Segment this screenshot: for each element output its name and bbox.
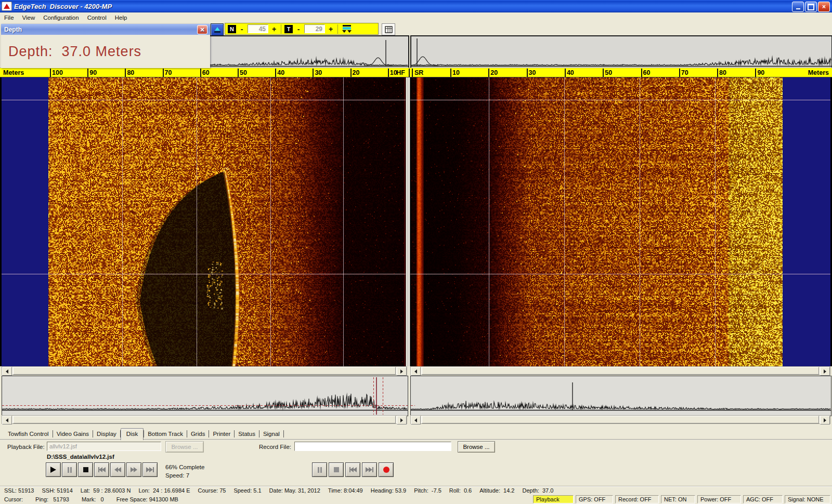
- ruler-tick: [409, 69, 410, 77]
- depth-dialog-close-button[interactable]: ✕: [197, 25, 207, 34]
- playback-file-input[interactable]: [47, 442, 161, 451]
- ruler-tick-label: 70: [681, 69, 688, 76]
- record-record-button[interactable]: [379, 462, 394, 477]
- right-arrow-icon: [400, 369, 403, 374]
- status-field: Lat: 59 : 28.6003 N: [81, 487, 131, 494]
- depth-dialog-titlebar[interactable]: Depth ✕: [1, 24, 210, 35]
- status-cell-net: NET: ON: [661, 495, 695, 503]
- playback-rew-button[interactable]: [110, 462, 125, 477]
- tab-disk[interactable]: Disk: [121, 428, 144, 440]
- scroll-right-button[interactable]: [820, 367, 830, 376]
- color-palette-button[interactable]: [211, 23, 224, 36]
- waterfall-left-scrollbar[interactable]: [2, 366, 407, 375]
- status-cell-agc: AGC: OFF: [743, 495, 783, 503]
- minimize-button[interactable]: [792, 2, 804, 12]
- left-arrow-icon: [414, 418, 417, 422]
- tab-status[interactable]: Status: [235, 429, 259, 439]
- ruler-tick: [717, 69, 718, 77]
- playback-pause-button[interactable]: [62, 462, 77, 477]
- trace-right-scrollbar[interactable]: [410, 415, 830, 424]
- playback-stop-button[interactable]: [78, 462, 93, 477]
- scroll-left-button[interactable]: [2, 367, 12, 376]
- n-increment-button[interactable]: +: [270, 25, 278, 33]
- grid-toggle-button[interactable]: [382, 23, 395, 35]
- ruler-sr-label: SR: [414, 69, 423, 76]
- grid-icon: [385, 26, 393, 33]
- menu-view[interactable]: View: [18, 14, 40, 21]
- depth-dialog-body: Depth: 37.0 Meters: [1, 35, 210, 68]
- tab-printer[interactable]: Printer: [209, 429, 234, 439]
- tab-signal[interactable]: Signal: [259, 429, 283, 439]
- n-value-field[interactable]: 45: [248, 24, 268, 33]
- cursor-field: Free Space: 941300 MB: [116, 496, 178, 502]
- tvg-button[interactable]: [341, 24, 353, 34]
- record-file-input[interactable]: [294, 442, 451, 451]
- scroll-thumb[interactable]: [13, 416, 396, 423]
- playback-play-button[interactable]: [46, 462, 61, 477]
- threshold-toggle[interactable]: T: [284, 25, 293, 33]
- left-arrow-icon: [414, 369, 417, 374]
- tab-display[interactable]: Display: [93, 429, 120, 439]
- stop-icon: [83, 467, 88, 472]
- scroll-thumb[interactable]: [13, 367, 396, 375]
- sonar-waterfall-canvas[interactable]: [2, 77, 830, 366]
- scroll-left-button[interactable]: [2, 416, 12, 425]
- playback-skip-end-button[interactable]: [142, 462, 158, 477]
- channel-divider: [406, 77, 410, 366]
- maximize-button[interactable]: [805, 2, 817, 12]
- t-increment-button[interactable]: +: [327, 25, 334, 33]
- record-pause-button[interactable]: [312, 462, 327, 477]
- t-value-field[interactable]: 29: [304, 24, 325, 33]
- status-field: SSL: 51913: [4, 487, 34, 494]
- menu-help[interactable]: Help: [111, 14, 132, 21]
- record-skip-end-button[interactable]: [362, 462, 377, 477]
- browse-playback-button[interactable]: Browse ...: [165, 441, 204, 453]
- tab-video-gains[interactable]: Video Gains: [53, 429, 93, 439]
- scroll-left-button[interactable]: [411, 416, 421, 425]
- left-arrow-icon: [6, 418, 8, 422]
- scroll-left-button[interactable]: [411, 367, 421, 376]
- close-button[interactable]: ×: [818, 2, 830, 12]
- ruler-tick-label: 80: [127, 69, 134, 76]
- ruler-tick: [527, 69, 528, 77]
- scroll-thumb[interactable]: [422, 416, 819, 423]
- ruler-tick-label: 70: [165, 69, 172, 76]
- close-icon: ✕: [200, 26, 204, 33]
- status-cell-signal: Signal: NONE: [785, 495, 830, 503]
- menu-control[interactable]: Control: [83, 14, 111, 21]
- tab-grids[interactable]: Grids: [187, 429, 209, 439]
- record-skip-start-button[interactable]: [345, 462, 360, 477]
- menu-file[interactable]: File: [0, 14, 18, 21]
- playback-file-label: Playback File:: [7, 444, 45, 450]
- scroll-thumb[interactable]: [422, 367, 819, 375]
- menu-configuration[interactable]: Configuration: [39, 14, 83, 21]
- n-decrement-button[interactable]: -: [238, 25, 245, 33]
- ruler-tick-label: 40: [277, 69, 284, 76]
- playback-skip-start-button[interactable]: [94, 462, 109, 477]
- scroll-right-button[interactable]: [820, 416, 830, 425]
- ruler-tick-label: 30: [315, 69, 322, 76]
- skip-start-icon: [98, 467, 106, 472]
- tab-bottom-track[interactable]: Bottom Track: [144, 429, 187, 439]
- record-stop-button[interactable]: [329, 462, 344, 477]
- browse-record-button[interactable]: Browse ...: [458, 441, 495, 453]
- scroll-right-button[interactable]: [397, 367, 407, 376]
- ruler-tick-label: 40: [567, 69, 574, 76]
- scroll-right-button[interactable]: [397, 416, 407, 425]
- t-decrement-button[interactable]: -: [295, 25, 302, 33]
- ruler-tick: [412, 69, 413, 77]
- title-bar[interactable]: EdgeTech Discover - 4200-MP ×: [0, 0, 832, 12]
- waterfall-right-scrollbar[interactable]: [410, 366, 830, 375]
- tab-towfish-control[interactable]: Towfish Control: [4, 429, 53, 439]
- depth-dialog: Depth ✕ Depth: 37.0 Meters: [1, 24, 210, 68]
- ruler-tick: [163, 69, 164, 77]
- cursor-field: Cursor:: [4, 496, 23, 502]
- trace-left-scrollbar[interactable]: [2, 415, 407, 424]
- record-icon: [383, 467, 389, 473]
- window-title: EdgeTech Discover - 4200-MP: [14, 3, 112, 10]
- sr-signal-trace: [410, 35, 832, 70]
- range-ruler: Meters100908070605040302010HFSR102030405…: [0, 68, 832, 77]
- normalization-toggle[interactable]: N: [228, 25, 236, 33]
- close-icon: ×: [822, 4, 826, 10]
- playback-ffwd-button[interactable]: [126, 462, 141, 477]
